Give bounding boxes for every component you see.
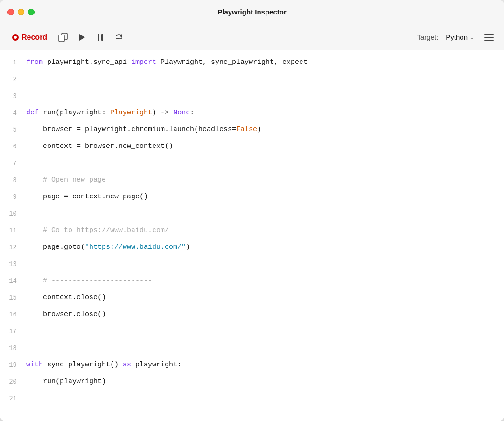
code-line-2: 2 (0, 71, 504, 88)
menu-line-1 (484, 34, 494, 35)
svg-rect-3 (98, 34, 99, 41)
code-line-3: 3 (0, 88, 504, 105)
code-line-6: 6 context = browser.new_context() (0, 138, 504, 155)
code-line-17: 17 (0, 323, 504, 340)
svg-rect-1 (59, 35, 64, 42)
code-line-7: 7 (0, 155, 504, 172)
svg-rect-4 (101, 34, 103, 41)
maximize-button[interactable] (28, 9, 35, 15)
playwright-inspector-window: Playwright Inspector Record (0, 0, 504, 421)
code-line-10: 10 (0, 205, 504, 222)
code-line-14: 14 # ------------------------ (0, 273, 504, 289)
menu-button[interactable] (482, 30, 497, 45)
step-button[interactable] (112, 30, 126, 45)
record-button[interactable]: Record (7, 30, 52, 44)
toolbar-right: Target: Python ⌄ (417, 30, 497, 45)
chevron-down-icon: ⌄ (469, 34, 474, 41)
code-line-11: 11 # Go to https://www.baidu.com/ (0, 222, 504, 239)
code-line-13: 13 (0, 256, 504, 273)
play-icon (77, 33, 86, 42)
code-line-16: 16 browser.close() (0, 306, 504, 323)
code-line-1: 1 from playwright.sync_api import Playwr… (0, 54, 504, 71)
code-line-15: 15 context.close() (0, 289, 504, 306)
target-dropdown[interactable]: Python ⌄ (442, 31, 478, 43)
pause-icon (96, 33, 105, 42)
toolbar: Record (0, 24, 504, 50)
target-label: Target: (417, 33, 438, 41)
step-icon (114, 32, 124, 42)
play-button[interactable] (74, 30, 89, 45)
copy-button[interactable] (56, 30, 70, 45)
pause-button[interactable] (93, 30, 108, 45)
code-line-4: 4 def run(playwright: Playwright) -> Non… (0, 105, 504, 121)
menu-line-3 (484, 40, 494, 41)
code-line-9: 9 page = context.new_page() (0, 189, 504, 205)
code-line-12: 12 page.goto("https://www.baidu.com/") (0, 239, 504, 256)
code-line-5: 5 browser = playwright.chromium.launch(h… (0, 121, 504, 138)
traffic-lights (7, 9, 35, 15)
code-editor[interactable]: 1 from playwright.sync_api import Playwr… (0, 50, 504, 421)
record-icon (12, 34, 19, 41)
minimize-button[interactable] (18, 9, 24, 15)
target-value: Python (446, 33, 468, 41)
record-label: Record (21, 33, 47, 42)
code-line-8: 8 # Open new page (0, 172, 504, 189)
copy-icon (58, 33, 68, 42)
menu-line-2 (484, 37, 494, 38)
code-line-18: 18 (0, 340, 504, 357)
code-line-20: 20 run(playwright) (0, 373, 504, 390)
window-title: Playwright Inspector (217, 8, 287, 16)
code-line-19: 19 with sync_playwright() as playwright: (0, 357, 504, 373)
code-line-21: 21 (0, 390, 504, 407)
title-bar: Playwright Inspector (0, 0, 504, 24)
close-button[interactable] (7, 9, 14, 15)
svg-marker-2 (79, 34, 85, 41)
